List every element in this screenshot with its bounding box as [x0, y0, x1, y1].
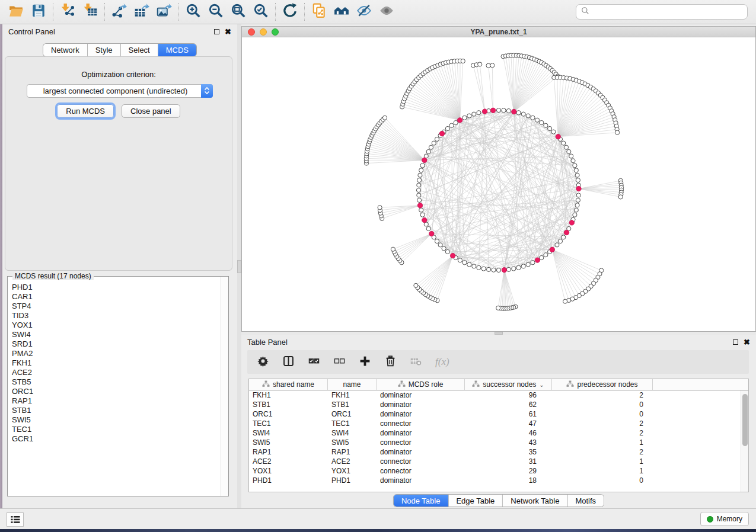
float-panel-icon[interactable] — [214, 29, 219, 34]
cell-pred: 0 — [552, 400, 653, 409]
open-file-icon — [8, 3, 24, 21]
table-scrollbar-thumb[interactable] — [742, 394, 748, 446]
network-canvas[interactable] — [242, 37, 755, 331]
mcds-result-item[interactable]: SWI5 — [12, 415, 221, 425]
export-table-icon — [134, 3, 149, 21]
column-header-predecessor-nodes[interactable]: predecessor nodes — [552, 379, 653, 390]
mcds-result-item[interactable]: ORC1 — [12, 387, 221, 396]
mcds-result-item[interactable]: PMA2 — [12, 349, 221, 358]
table-tab-network-table[interactable]: Network Table — [503, 495, 567, 507]
mcds-result-item[interactable]: GCR1 — [12, 434, 221, 444]
table-row[interactable]: FKH1FKH1dominator962 — [249, 390, 748, 400]
deselect-all-button[interactable] — [333, 355, 346, 370]
export-image-button[interactable] — [153, 2, 176, 21]
zoom-selected-button[interactable] — [250, 2, 272, 21]
mcds-result-item[interactable]: ACE2 — [12, 368, 221, 377]
mcds-result-item[interactable]: SRD1 — [12, 339, 221, 349]
mcds-result-item[interactable]: YOX1 — [12, 321, 221, 330]
float-table-panel-icon[interactable] — [733, 339, 738, 345]
table-row[interactable]: ACE2ACE2connector311 — [249, 457, 748, 466]
table-row[interactable]: STB1STB1dominator620 — [249, 400, 748, 409]
export-table-button[interactable] — [130, 2, 153, 21]
import-network-button[interactable] — [56, 2, 79, 21]
add-column-button[interactable] — [359, 355, 371, 370]
tab-style[interactable]: Style — [88, 44, 121, 56]
export-network-button[interactable] — [108, 2, 130, 21]
table-tab-node-table[interactable]: Node Table — [394, 495, 449, 507]
task-history-button[interactable] — [7, 512, 24, 527]
zoom-fit-button[interactable] — [227, 2, 250, 21]
hide-selected-button[interactable] — [353, 2, 375, 21]
close-panel-icon[interactable]: ✖ — [225, 28, 231, 36]
clone-network-button[interactable] — [308, 2, 330, 21]
table-row[interactable]: SWI4SWI4dominator462 — [249, 428, 748, 438]
table-tab-edge-table[interactable]: Edge Table — [448, 495, 503, 507]
table-row[interactable]: YOX1YOX1connector291 — [249, 466, 748, 476]
show-all-button[interactable] — [375, 2, 398, 21]
save-session-button[interactable] — [27, 2, 50, 21]
zoom-in-icon — [186, 3, 201, 21]
search-box[interactable] — [576, 4, 748, 20]
zoom-out-button[interactable] — [205, 2, 227, 21]
delete-row-button[interactable] — [384, 355, 397, 370]
column-header-shared-name[interactable]: shared name — [249, 379, 328, 390]
cell-pred: 2 — [552, 429, 653, 437]
memory-button[interactable]: Memory — [700, 512, 749, 526]
mcds-result-item[interactable]: RAP1 — [12, 396, 221, 406]
tab-select[interactable]: Select — [121, 44, 158, 56]
cell-pred: 1 — [552, 457, 653, 466]
mcds-result-title: MCDS result (17 nodes) — [12, 272, 94, 280]
table-row[interactable]: RAP1RAP1dominator352 — [249, 447, 748, 457]
network-title: YPA_prune.txt_1 — [242, 28, 755, 36]
close-panel-button[interactable]: Close panel — [122, 104, 180, 118]
split-panel-button[interactable] — [282, 355, 295, 370]
mcds-result-item[interactable]: STB1 — [12, 406, 221, 415]
mcds-result-item[interactable]: TEC1 — [12, 425, 221, 434]
mcds-result-item[interactable]: CAR1 — [12, 292, 221, 302]
mcds-result-item[interactable]: SWI4 — [12, 330, 221, 339]
column-header-MCDS-role[interactable]: MCDS role — [377, 379, 465, 390]
table-scrollbar[interactable] — [741, 390, 748, 492]
mcds-result-list[interactable]: PHD1CAR1STP4TID3YOX1SWI4SRD1PMA2FKH1ACE2… — [8, 283, 221, 495]
table-panel-title: Table Panel — [247, 338, 288, 347]
vertical-splitter-handle[interactable] — [237, 260, 241, 273]
first-neighbors-button[interactable] — [330, 2, 353, 21]
cell-name: FKH1 — [328, 391, 377, 399]
close-table-panel-icon[interactable]: ✖ — [744, 338, 750, 346]
table-row[interactable]: PHD1PHD1dominator180 — [249, 476, 748, 485]
table-row[interactable]: TEC1TEC1connector472 — [249, 419, 748, 428]
cell-shared: ORC1 — [249, 410, 328, 418]
table-panel: Table Panel ✖ f(x) shared namenameMCDS r… — [241, 335, 756, 508]
result-scrollbar[interactable] — [221, 277, 228, 496]
criterion-dropdown[interactable]: largest connected component (undirected) — [27, 84, 213, 98]
status-bar: Memory — [0, 508, 756, 529]
control-panel-title: Control Panel — [8, 27, 55, 36]
column-header-name[interactable]: name — [328, 379, 377, 390]
cell-role: dominator — [377, 429, 465, 437]
mcds-result-item[interactable]: PHD1 — [12, 283, 221, 292]
tab-network[interactable]: Network — [43, 44, 88, 56]
toolbar-separator — [104, 3, 105, 21]
memory-label: Memory — [717, 515, 742, 523]
column-label: successor nodes — [483, 380, 536, 389]
table-tab-motifs[interactable]: Motifs — [567, 495, 604, 507]
run-mcds-button[interactable]: Run MCDS — [57, 104, 114, 118]
zoom-in-button[interactable] — [182, 2, 205, 21]
mcds-result-item[interactable]: STP4 — [12, 302, 221, 311]
table-row[interactable]: ORC1ORC1dominator610 — [249, 409, 748, 419]
mcds-result-item[interactable]: STB5 — [12, 377, 221, 387]
network-titlebar[interactable]: YPA_prune.txt_1 — [242, 27, 755, 37]
settings-gear-button[interactable] — [257, 355, 269, 370]
mcds-result-item[interactable]: FKH1 — [12, 358, 221, 368]
vertical-splitter[interactable] — [237, 24, 241, 508]
search-input[interactable] — [593, 8, 742, 17]
refresh-button[interactable] — [279, 2, 301, 21]
import-table-button[interactable] — [79, 2, 101, 21]
select-all-button[interactable] — [308, 355, 320, 370]
mcds-result-item[interactable]: TID3 — [12, 311, 221, 321]
column-header-successor-nodes[interactable]: successor nodes⌄ — [465, 379, 552, 390]
open-file-button[interactable] — [5, 2, 27, 21]
cell-shared: RAP1 — [249, 448, 328, 456]
tab-mcds[interactable]: MCDS — [158, 44, 196, 56]
table-row[interactable]: SWI5SWI5connector431 — [249, 438, 748, 447]
